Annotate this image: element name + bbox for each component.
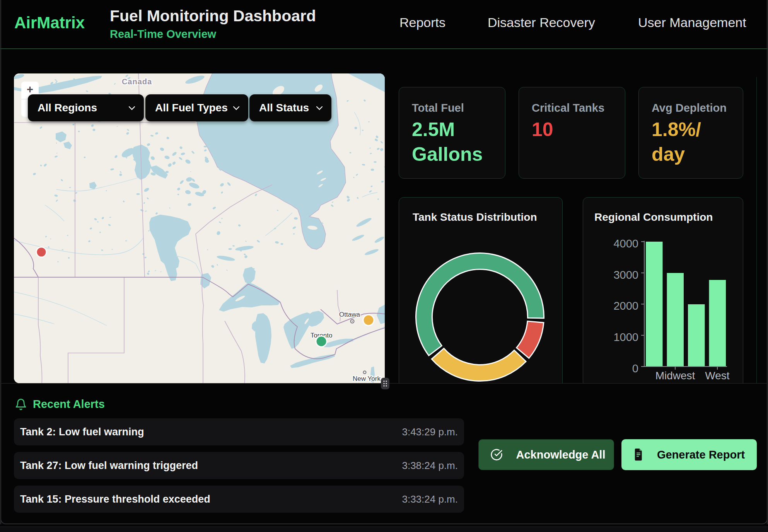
- svg-text:Canada: Canada: [122, 77, 152, 86]
- svg-text:0: 0: [632, 362, 638, 375]
- svg-text:3000: 3000: [613, 269, 638, 281]
- svg-text:1000: 1000: [613, 331, 638, 343]
- svg-text:Midwest: Midwest: [655, 370, 695, 382]
- svg-text:4000: 4000: [613, 237, 638, 250]
- svg-text:West: West: [705, 370, 729, 382]
- svg-text:2000: 2000: [613, 300, 638, 312]
